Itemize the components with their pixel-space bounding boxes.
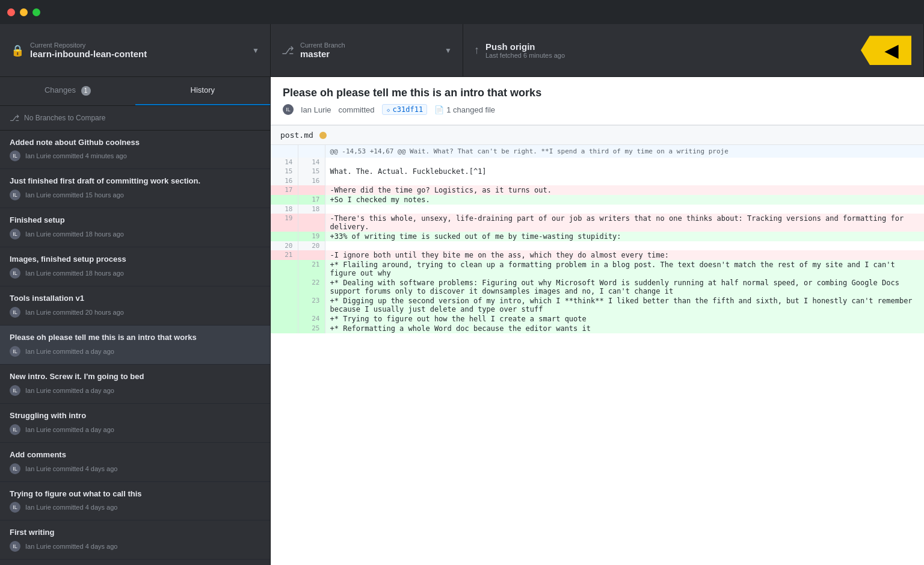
commit-meta: IL Ian Lurie committed 18 hours ago xyxy=(10,229,260,239)
avatar: IL xyxy=(10,150,20,161)
commit-item[interactable]: First writing IL Ian Lurie committed 4 d… xyxy=(0,520,270,560)
minimize-button[interactable] xyxy=(20,8,28,16)
commit-meta: IL Ian Lurie committed a day ago xyxy=(10,346,260,357)
commit-meta: IL Ian Lurie committed 4 days ago xyxy=(10,463,260,474)
line-num-left: 20 xyxy=(271,241,298,250)
diff-header-row: @@ -14,53 +14,67 @@ Wait. What? That can… xyxy=(271,145,924,158)
line-num-right xyxy=(298,214,325,232)
diff-header-content: @@ -14,53 +14,67 @@ Wait. What? That can… xyxy=(325,145,924,158)
commit-list: Added note about Github coolness IL Ian … xyxy=(0,131,270,566)
file-modified-dot xyxy=(319,132,327,139)
diff-header-line-left xyxy=(271,145,298,158)
commit-item[interactable]: Images, finished setup process IL Ian Lu… xyxy=(0,247,270,286)
close-button[interactable] xyxy=(7,8,15,16)
commit-item[interactable]: Just finished first draft of committing … xyxy=(0,169,270,208)
avatar: IL xyxy=(10,463,20,474)
commit-title: Tools installation v1 xyxy=(10,294,260,304)
commit-author: Ian Lurie committed 15 hours ago xyxy=(25,191,124,199)
commit-author: Ian Lurie committed 4 days ago xyxy=(25,543,117,550)
commit-meta: IL Ian Lurie committed 15 hours ago xyxy=(10,190,260,200)
tab-changes[interactable]: Changes 1 xyxy=(0,77,135,105)
tabs-bar: Changes 1 History xyxy=(0,77,270,106)
commit-meta: IL Ian Lurie committed 20 hours ago xyxy=(10,307,260,318)
line-content xyxy=(325,205,924,214)
tab-history[interactable]: History xyxy=(135,77,271,105)
commit-meta: IL Ian Lurie committed 4 days ago xyxy=(10,541,260,552)
commit-item[interactable]: New intro. Screw it. I'm going to bed IL… xyxy=(0,365,270,404)
commit-item[interactable]: Added note about Github coolness IL Ian … xyxy=(0,131,270,170)
commit-title: Add comments xyxy=(10,450,260,460)
push-text: Push origin Last fetched 6 minutes ago xyxy=(485,42,913,59)
line-content: +33% of writing time is sucked out of me… xyxy=(325,232,924,241)
branch-compare-bar[interactable]: ⎇ No Branches to Compare xyxy=(0,106,270,131)
commit-item[interactable]: Finished setup IL Ian Lurie committed 18… xyxy=(0,208,270,247)
toolbar: 🔒 Current Repository learn-inbound-lean-… xyxy=(0,24,924,77)
commit-item[interactable]: Please oh please tell me this is an intr… xyxy=(0,326,270,365)
file-header: post.md xyxy=(271,125,924,145)
line-num-right xyxy=(298,185,325,195)
line-num-left: 21 xyxy=(271,250,298,260)
avatar: IL xyxy=(10,502,20,513)
left-panel: Changes 1 History ⎇ No Branches to Compa… xyxy=(0,77,271,565)
diff-line: 16 16 xyxy=(271,176,924,185)
current-repository-button[interactable]: 🔒 Current Repository learn-inbound-lean-… xyxy=(0,24,271,76)
diff-line: 17 +So I checked my notes. xyxy=(271,195,924,205)
commit-author: Ian Lurie committed 4 days ago xyxy=(25,504,117,511)
line-content: +So I checked my notes. xyxy=(325,195,924,205)
diff-line: 24 +* Trying to figure out how the hell … xyxy=(271,314,924,324)
line-content: +* Reformatting a whole Word doc because… xyxy=(325,324,924,333)
line-content: +* Flailing around, trying to clean up a… xyxy=(325,260,924,278)
line-content: +* Trying to figure out how the hell I c… xyxy=(325,314,924,324)
line-num-left: 18 xyxy=(271,205,298,214)
line-num-right: 20 xyxy=(298,241,325,250)
commit-author: Ian Lurie committed 18 hours ago xyxy=(25,230,124,238)
file-icon: 📄 xyxy=(434,105,444,114)
commit-title: New intro. Screw it. I'm going to bed xyxy=(10,372,260,382)
window-controls xyxy=(7,8,40,16)
diff-line: 17 -Where did the time go? Logistics, as… xyxy=(271,185,924,195)
line-num-right: 15 xyxy=(298,167,325,176)
commit-item[interactable]: Add comments IL Ian Lurie committed 4 da… xyxy=(0,443,270,482)
commit-author: Ian Lurie committed 18 hours ago xyxy=(25,270,124,277)
commit-item[interactable]: Tools installation v1 IL Ian Lurie commi… xyxy=(0,286,270,326)
commit-header-meta: IL Ian Lurie committed ⬦ c31df11 📄 1 cha… xyxy=(283,104,912,115)
commit-hash-badge[interactable]: ⬦ c31df11 xyxy=(382,104,428,115)
line-content: -Where did the time go? Logistics, as it… xyxy=(325,185,924,195)
avatar: IL xyxy=(10,385,20,396)
repo-text: Current Repository learn-inbound-lean-co… xyxy=(30,42,246,59)
current-branch-button[interactable]: ⎇ Current Branch master ▼ xyxy=(271,24,463,76)
commit-header: Please oh please tell me this is an intr… xyxy=(271,77,924,125)
repo-label: Current Repository xyxy=(30,42,246,49)
line-num-left: 17 xyxy=(271,185,298,195)
commit-title: First writing xyxy=(10,528,260,538)
lock-icon: 🔒 xyxy=(11,44,24,57)
line-num-left: 16 xyxy=(271,176,298,185)
line-num-right: 18 xyxy=(298,205,325,214)
avatar: IL xyxy=(10,346,20,357)
diff-line: 20 20 xyxy=(271,241,924,250)
commit-item[interactable]: Trying to figure out what to call this I… xyxy=(0,482,270,521)
branch-text: Current Branch master xyxy=(300,42,439,59)
commit-author: Ian Lurie committed 4 minutes ago xyxy=(25,152,127,159)
arrow-annotation: ◀ xyxy=(861,36,911,65)
line-num-right: 19 xyxy=(298,232,325,241)
line-num-right: 14 xyxy=(298,158,325,167)
line-num-left xyxy=(271,296,298,314)
commit-header-title: Please oh please tell me this is an intr… xyxy=(283,87,912,99)
avatar: IL xyxy=(10,268,20,279)
line-num-right: 17 xyxy=(298,195,325,205)
filename: post.md xyxy=(280,131,313,140)
push-origin-button[interactable]: ↑ Push origin Last fetched 6 minutes ago… xyxy=(463,24,924,76)
line-num-left xyxy=(271,324,298,333)
commit-item[interactable]: Struggling with intro IL Ian Lurie commi… xyxy=(0,404,270,443)
diff-line: 14 14 xyxy=(271,158,924,167)
line-num-left xyxy=(271,195,298,205)
line-num-left xyxy=(271,260,298,278)
commit-meta: IL Ian Lurie committed 18 hours ago xyxy=(10,268,260,279)
line-content: -There's this whole, unsexy, life-draini… xyxy=(325,214,924,232)
branch-compare-label: No Branches to Compare xyxy=(24,114,105,122)
maximize-button[interactable] xyxy=(32,8,40,16)
line-num-right: 16 xyxy=(298,176,325,185)
line-num-right xyxy=(298,250,325,260)
diff-line: 19 -There's this whole, unsexy, life-dra… xyxy=(271,214,924,232)
